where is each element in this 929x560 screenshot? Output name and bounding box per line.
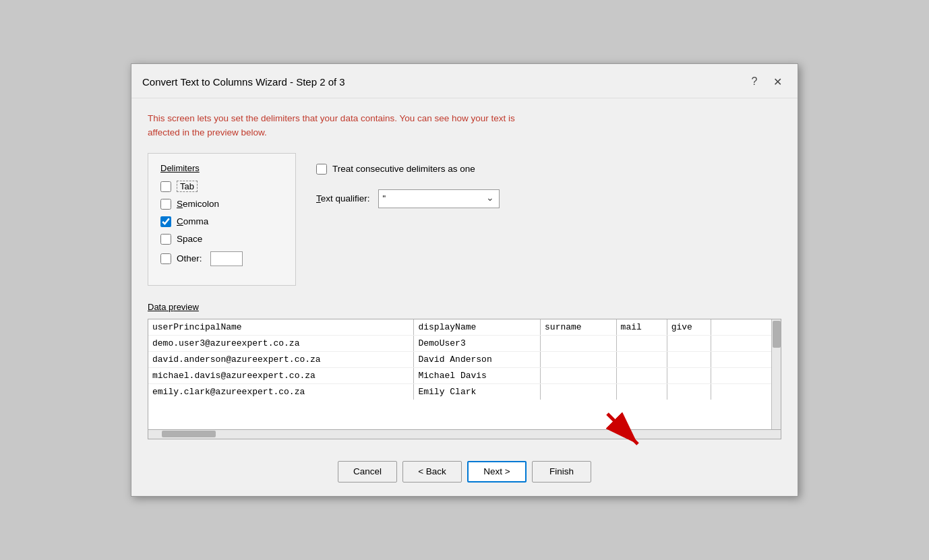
- next-button[interactable]: Next >: [467, 461, 527, 483]
- qualifier-select-wrapper: " ' {none}: [378, 189, 500, 208]
- table-cell: [711, 319, 781, 336]
- finish-button[interactable]: Finish: [532, 461, 591, 483]
- preview-container: userPrincipalName displayName surname ma…: [148, 319, 781, 430]
- scrollbar-thumb: [773, 321, 781, 348]
- tab-checkbox[interactable]: [160, 181, 171, 192]
- treat-consecutive-checkbox[interactable]: [316, 164, 327, 175]
- dialog-footer: Cancel < Back Next > Finish: [131, 450, 798, 496]
- table-cell: DemoUser3: [414, 335, 541, 351]
- table-cell: [711, 351, 781, 367]
- title-bar-right: ? ✕: [745, 72, 787, 91]
- table-cell: Emily Clark: [414, 383, 541, 400]
- table-cell: displayName: [414, 319, 541, 336]
- treat-consecutive-row: Treat consecutive delimiters as one: [316, 164, 500, 175]
- red-arrow-indicator: [601, 407, 648, 454]
- svg-line-1: [607, 414, 638, 444]
- table-row: demo.user3@azureexpert.co.za DemoUser3: [148, 335, 781, 351]
- data-preview-section: Data preview userPrincipalName: [148, 302, 781, 439]
- table-cell: David Anderson: [414, 351, 541, 367]
- qualifier-row: Text qualifier: " ' {none}: [316, 189, 500, 208]
- table-cell: [616, 335, 667, 351]
- table-cell: demo.user3@azureexpert.co.za: [148, 335, 414, 351]
- table-cell: [711, 367, 781, 383]
- table-cell: userPrincipalName: [148, 319, 414, 336]
- table-cell: mail: [616, 319, 667, 336]
- description: This screen lets you set the delimiters …: [148, 112, 781, 139]
- table-cell: [616, 383, 667, 400]
- table-cell: michael.davis@azureexpert.co.za: [148, 367, 414, 383]
- semicolon-label[interactable]: Semicolon: [177, 199, 219, 209]
- semicolon-row: Semicolon: [160, 199, 283, 210]
- semicolon-checkbox[interactable]: [160, 199, 171, 210]
- table-cell: [541, 367, 617, 383]
- table-row: michael.davis@azureexpert.co.za Michael …: [148, 367, 781, 383]
- qualifier-select[interactable]: " ' {none}: [378, 189, 500, 208]
- table-cell: [616, 367, 667, 383]
- table-cell: Michael Davis: [414, 367, 541, 383]
- tab-label[interactable]: Tab: [177, 181, 198, 191]
- table-cell: [616, 351, 667, 367]
- dialog-body: This screen lets you set the delimiters …: [131, 98, 798, 450]
- preview-table: userPrincipalName displayName surname ma…: [148, 319, 781, 400]
- table-cell: [541, 335, 617, 351]
- comma-label[interactable]: Comma: [177, 216, 208, 226]
- table-cell: emily.clark@azureexpert.co.za: [148, 383, 414, 400]
- treat-consecutive-label[interactable]: Treat consecutive delimiters as one: [332, 164, 475, 174]
- other-row: Other:: [160, 251, 283, 266]
- close-button[interactable]: ✕: [768, 72, 787, 91]
- table-cell: [541, 351, 617, 367]
- table-cell: [667, 367, 711, 383]
- table-cell: david.anderson@azureexpert.co.za: [148, 351, 414, 367]
- space-label[interactable]: Space: [177, 234, 202, 244]
- comma-row: Comma: [160, 216, 283, 227]
- table-cell: [711, 335, 781, 351]
- other-label[interactable]: Other:: [177, 253, 202, 263]
- help-button[interactable]: ?: [745, 72, 764, 91]
- cancel-button[interactable]: Cancel: [338, 461, 397, 483]
- dialog-window: Convert Text to Columns Wizard - Step 2 …: [131, 63, 798, 497]
- controls-row: Delimiters Tab Semicolon: [148, 153, 781, 286]
- table-row: david.anderson@azureexpert.co.za David A…: [148, 351, 781, 367]
- other-text-input[interactable]: [210, 251, 243, 266]
- hscroll-thumb: [162, 431, 216, 437]
- table-cell: [711, 383, 781, 400]
- delimiters-section: Delimiters Tab Semicolon: [148, 153, 296, 286]
- tab-row: Tab: [160, 181, 283, 192]
- table-row: userPrincipalName displayName surname ma…: [148, 319, 781, 336]
- space-row: Space: [160, 234, 283, 245]
- preview-scrollbar[interactable]: [771, 319, 781, 429]
- table-cell: give: [667, 319, 711, 336]
- table-row: emily.clark@azureexpert.co.za Emily Clar…: [148, 383, 781, 400]
- delimiters-title: Delimiters: [160, 163, 283, 173]
- dialog-title: Convert Text to Columns Wizard - Step 2 …: [142, 76, 345, 88]
- table-cell: [541, 383, 617, 400]
- title-bar-left: Convert Text to Columns Wizard - Step 2 …: [142, 76, 345, 88]
- other-checkbox[interactable]: [160, 253, 171, 264]
- qualifier-label: Text qualifier:: [316, 193, 370, 204]
- table-cell: [667, 383, 711, 400]
- space-checkbox[interactable]: [160, 234, 171, 245]
- right-panel: Treat consecutive delimiters as one Text…: [316, 153, 500, 208]
- data-preview-title: Data preview: [148, 302, 781, 312]
- table-cell: [667, 335, 711, 351]
- table-cell: [667, 351, 711, 367]
- title-bar: Convert Text to Columns Wizard - Step 2 …: [131, 64, 798, 98]
- horizontal-scrollbar[interactable]: [148, 430, 781, 439]
- back-button[interactable]: < Back: [402, 461, 462, 483]
- table-cell: surname: [541, 319, 617, 336]
- comma-checkbox[interactable]: [160, 216, 171, 227]
